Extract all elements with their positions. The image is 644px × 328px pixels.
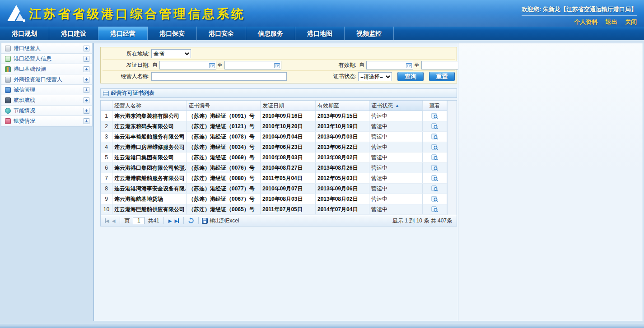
save-disk-icon (202, 218, 208, 224)
view-cell[interactable] (423, 194, 447, 204)
row-number-cell: 7 (101, 173, 112, 183)
next-page-icon[interactable]: ▶ (168, 218, 172, 223)
expand-plus-icon[interactable]: + (84, 77, 89, 83)
sidebar-item[interactable]: 航班航线 + (1, 95, 92, 106)
expand-plus-icon[interactable]: + (84, 87, 89, 93)
calendar-icon[interactable] (209, 62, 215, 68)
license-table: 经营人名称 证书编号 发证日期 有效期至 证书状态 ▲ 查看 1 连云港东鸿集装… (100, 100, 457, 226)
sidebar-item-label: 规费情况 (14, 117, 84, 125)
column-cert-status[interactable]: 证书状态 ▲ (369, 101, 423, 111)
nav-tab-label: 港口经营 (110, 30, 135, 37)
nav-tab[interactable]: 港口经营 (98, 27, 148, 40)
export-excel-button[interactable]: 输出到Excel (202, 217, 239, 225)
list-title-bar: 经营许可证书列表 (100, 88, 457, 98)
view-cell[interactable] (423, 121, 447, 131)
content-right-space (458, 43, 643, 321)
logout-link[interactable]: 退出 (606, 18, 617, 25)
validity-from-input[interactable] (368, 62, 406, 69)
expand-plus-icon[interactable]: + (84, 97, 89, 103)
first-page-icon[interactable]: ◀ (105, 218, 109, 223)
cert-status-cell: 营运中 (369, 121, 423, 131)
nav-tab[interactable]: 视频监控 (345, 27, 394, 40)
calendar-icon[interactable] (274, 62, 280, 68)
row-number-cell: 6 (101, 163, 112, 173)
reset-button[interactable]: 重置 (429, 72, 455, 81)
view-cell[interactable] (423, 184, 447, 194)
table-header-row: 经营人名称 证书编号 发证日期 有效期至 证书状态 ▲ 查看 (101, 101, 457, 111)
nav-tab-label: 港口保安 (159, 30, 185, 37)
nav-tab[interactable]: 港口保安 (148, 27, 197, 40)
valid-until-cell: 2014年07月04日 (316, 204, 369, 214)
sidebar-item[interactable]: 外商投资港口经营人 + (1, 74, 92, 85)
profile-link[interactable]: 个人资料 (574, 18, 597, 25)
sidebar-item[interactable]: 诚信管理 + (1, 85, 92, 95)
sidebar-item[interactable]: 港口经营人信息 + (1, 54, 92, 64)
cert-status-select[interactable]: =请选择= (358, 72, 392, 81)
operator-name-cell: 连云港港口集团有限公司轮驳... (112, 163, 187, 173)
view-cell[interactable] (423, 204, 447, 214)
valid-until-cell: 2013年06月22日 (316, 142, 369, 152)
search-button[interactable]: 查询 (397, 72, 423, 81)
view-icon (431, 154, 438, 161)
expand-plus-icon[interactable]: + (84, 56, 89, 62)
sidebar-item[interactable]: 节能情况 + (1, 106, 92, 116)
view-cell[interactable] (423, 173, 447, 183)
validity-to-input[interactable] (423, 62, 461, 69)
nav-tab[interactable]: 港口地图 (295, 27, 345, 40)
table-row: 2 连云港东粮码头有限公司 （苏连）港经证（0121）号 2010年10月20日… (101, 121, 457, 132)
cert-no-cell: （苏连）港经证（0121）号 (187, 121, 261, 131)
calendar-icon[interactable] (406, 62, 412, 68)
operator-name-input[interactable] (151, 72, 287, 81)
table-row: 6 连云港港口集团有限公司轮驳... （苏连）港经证（0076）号 2010年0… (101, 163, 457, 173)
nav-tab[interactable]: 港口规划 (0, 27, 49, 40)
view-icon (431, 196, 438, 202)
prev-page-icon[interactable]: ◀ (112, 218, 116, 223)
expand-plus-icon[interactable]: + (84, 66, 89, 72)
issue-date-cell: 2010年10月20日 (261, 121, 316, 131)
sidebar-item[interactable]: 港口经营人 + (1, 43, 92, 54)
operator-name-cell: 连云港东粮码头有限公司 (112, 121, 187, 131)
view-cell[interactable] (423, 111, 447, 121)
view-cell[interactable] (423, 142, 447, 152)
sort-asc-icon: ▲ (395, 103, 399, 108)
expand-plus-icon[interactable]: + (84, 118, 89, 124)
nav-tab-label: 港口建设 (61, 30, 86, 37)
issue-date-label: 发证日期: (103, 61, 151, 69)
column-valid-until[interactable]: 有效期至 (316, 101, 369, 111)
view-cell[interactable] (423, 163, 447, 173)
operator-name-cell: 连云港港口房屋维修服务公司 (112, 142, 187, 152)
view-cell[interactable] (423, 152, 447, 162)
view-cell[interactable] (423, 132, 447, 142)
issue-date-from-input[interactable] (161, 62, 209, 69)
refresh-icon[interactable] (188, 217, 194, 224)
view-icon (431, 185, 438, 192)
valid-until-cell: 2013年09月03日 (316, 132, 369, 142)
nav-tab-label: 港口安全 (209, 30, 234, 37)
last-page-icon[interactable]: ▶ (174, 218, 179, 223)
sidebar-item[interactable]: 港口基础设施 + (1, 64, 92, 74)
column-cert-no[interactable]: 证书编号 (187, 101, 261, 111)
close-link[interactable]: 关闭 (625, 18, 637, 25)
view-icon (431, 123, 438, 129)
expand-plus-icon[interactable]: + (84, 46, 89, 51)
page-number-input[interactable] (133, 217, 145, 224)
nav-tab[interactable]: 信息服务 (246, 27, 295, 40)
column-operator-name[interactable]: 经营人名称 (112, 101, 187, 111)
nav-tab[interactable]: 港口安全 (197, 27, 246, 40)
issue-date-to-input[interactable] (226, 62, 274, 69)
column-issue-date[interactable]: 发证日期 (261, 101, 316, 111)
expand-plus-icon[interactable]: + (84, 108, 89, 114)
main-panel: 所在地域: 全省 发证日期: 自 (93, 43, 643, 321)
filter-form: 所在地域: 全省 发证日期: 自 (100, 47, 457, 83)
sidebar-item-label: 港口基础设施 (14, 65, 84, 73)
row-number-cell: 3 (101, 132, 112, 142)
row-number-header (101, 101, 112, 111)
table-row: 4 连云港港口房屋维修服务公司 （苏连）港经证（0034）号 2010年06月2… (101, 142, 457, 152)
region-select[interactable]: 全省 (151, 49, 191, 58)
vertical-scrollbar[interactable] (447, 101, 457, 215)
issue-date-cell: 2010年08月27日 (261, 163, 316, 173)
sidebar-item[interactable]: 规费情况 + (1, 116, 92, 126)
cert-no-cell: （苏连）港经证（0065）号 (187, 204, 261, 214)
cert-status-cell: 营运中 (369, 204, 423, 214)
nav-tab[interactable]: 港口建设 (49, 27, 98, 40)
